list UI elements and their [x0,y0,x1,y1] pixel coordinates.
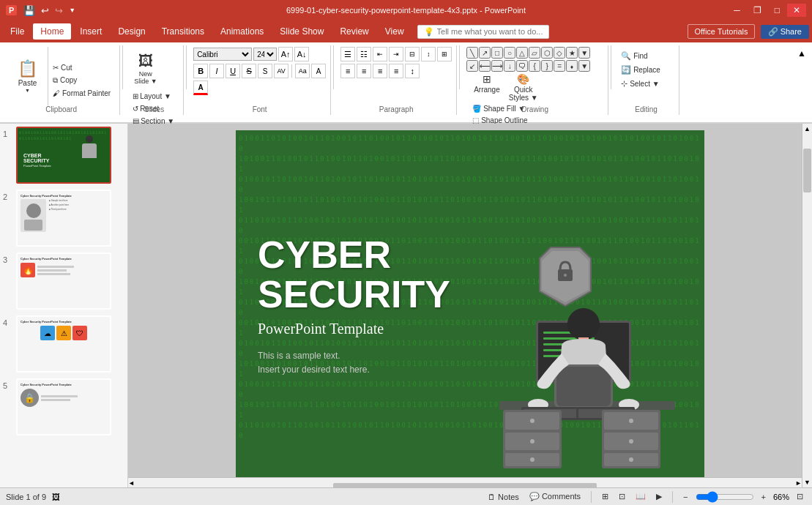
slide-thumbnail-1[interactable]: 0100100110100101101001011010010110100101… [16,127,111,184]
format-painter-button[interactable]: 🖌 Format Painter [50,88,113,99]
minimize-button[interactable]: ─ [728,4,746,17]
text-direction-button[interactable]: ↕ [421,47,436,61]
customize-qa-button[interactable]: ▼ [67,5,78,15]
slide-panel[interactable]: 1 01001001101001011010010110100101101001… [0,124,128,487]
menu-file[interactable]: File [3,23,31,40]
align-justify-button[interactable]: ≡ [389,64,403,78]
arrange-button[interactable]: ⊞ Arrange [471,72,503,103]
decrease-font-button[interactable]: A↓ [294,47,309,61]
callout-shape[interactable]: 🗨 [516,60,528,72]
new-slide-button[interactable]: 🖼 NewSlide ▼ [130,50,161,88]
align-right-button[interactable]: ≡ [373,64,387,78]
diamond-shape[interactable]: ◇ [554,47,565,59]
replace-button[interactable]: 🔄 Replace [618,64,674,76]
align-center-button[interactable]: ≡ [357,64,371,78]
shadow-button[interactable]: S [258,64,272,78]
restore-button[interactable]: ❐ [748,4,767,17]
increase-font-button[interactable]: A↑ [278,47,293,61]
rect-shape[interactable]: □ [491,47,503,59]
columns-button[interactable]: ⊟ [405,47,420,61]
ribbon-collapse-button[interactable]: ▲ [797,48,806,59]
reading-view-button[interactable]: 📖 [633,491,649,502]
zoom-out-button[interactable]: − [680,492,690,502]
hex-shape[interactable]: ⬡ [541,47,553,59]
scroll-left-button[interactable]: ◄ [128,479,135,487]
font-size-select[interactable]: 2412182836 [253,48,277,61]
scroll-up-button[interactable]: ▲ [802,124,812,134]
comments-button[interactable]: 💬 Comments [526,491,584,502]
increase-indent-button[interactable]: ⇥ [389,47,403,61]
layout-button[interactable]: ⊞ Layout ▼ [130,91,179,102]
zoom-slider[interactable] [696,491,754,503]
char-spacing-button[interactable]: AV [274,64,288,78]
canvas-right-scrollbar[interactable]: ▲ ▼ [802,124,812,487]
slide-thumb-5[interactable]: 5 Cyber Security PowerPoint Template 🔒 [3,378,124,435]
undo-button[interactable]: ↩ [39,4,51,18]
office-tutorials-button[interactable]: Office Tutorials [688,24,754,39]
triangle-shape[interactable]: △ [516,47,528,59]
strikethrough-button[interactable]: S [242,64,256,78]
curve-shape[interactable]: ↙ [466,60,478,72]
bullet-list-button[interactable]: ☰ [340,47,355,61]
slide-canvas[interactable]: 0100110101001011010010110100101101001011… [236,130,704,482]
slideshow-view-button[interactable]: ▶ [653,491,665,502]
line-shape[interactable]: ╲ [466,47,478,59]
slide-thumb-1[interactable]: 1 01001001101001011010010110100101101001… [3,127,124,184]
flow-shape[interactable]: ⬧ [566,60,578,72]
paste-button[interactable]: 📋 Paste ▼ [13,56,42,96]
h-scroll-thumb[interactable] [333,483,597,488]
menu-insert[interactable]: Insert [72,23,109,40]
zoom-in-button[interactable]: + [759,492,769,502]
right-arrow-shape[interactable]: ⟶ [491,60,503,72]
italic-button[interactable]: I [209,64,224,78]
bold-button[interactable]: B [193,64,208,78]
copy-button[interactable]: ⧉ Copy [50,75,113,86]
brace-left-shape[interactable]: { [529,60,540,72]
cut-button[interactable]: ✂ Cut [50,62,113,73]
font-color-button[interactable]: A [193,81,208,95]
menu-slideshow[interactable]: Slide Show [272,23,331,40]
underline-button[interactable]: U [226,64,240,78]
decrease-indent-button[interactable]: ⇤ [373,47,387,61]
down-arrow-shape[interactable]: ↓ [504,60,515,72]
font-name-select[interactable]: CalibriArialTimes New Roman [193,48,252,61]
font-case-button[interactable]: Aa [295,64,310,78]
brace-right-shape[interactable]: } [541,60,553,72]
scroll-right-button[interactable]: ► [795,479,802,487]
tell-me-input[interactable] [437,27,543,36]
menu-transitions[interactable]: Transitions [154,23,212,40]
share-button[interactable]: 🔗 Share [761,25,809,39]
slide-thumb-3[interactable]: 3 Cyber Security PowerPoint Template 🔥 [3,252,124,310]
save-button[interactable]: 💾 [21,4,37,18]
quick-styles-button[interactable]: 🎨 QuickStyles ▼ [506,72,541,103]
find-button[interactable]: 🔍 Find [618,50,674,62]
numbered-list-button[interactable]: ☷ [357,47,371,61]
star-shape[interactable]: ★ [566,47,578,59]
clear-formatting-button[interactable]: A [311,64,326,78]
slide-sorter-button[interactable]: ⊡ [616,491,628,502]
tell-me-box[interactable]: 💡 [417,25,549,39]
maximize-button[interactable]: □ [769,4,786,17]
redo-button[interactable]: ↪ [53,4,65,18]
more-shapes-btn2[interactable]: ▼ [578,60,590,72]
slide-thumbnail-4[interactable]: Cyber Security PowerPoint Template ☁ ⚠ 🛡 [16,315,111,373]
fit-slide-button[interactable]: ⊡ [794,491,806,502]
arrow-shape[interactable]: ↗ [479,47,491,59]
slide-thumb-2[interactable]: 2 Cyber Security PowerPoint Template ■ S… [3,190,124,247]
slide-thumbnail-5[interactable]: Cyber Security PowerPoint Template 🔒 [16,378,111,435]
menu-view[interactable]: View [378,23,411,40]
left-arrow-shape[interactable]: ⟵ [479,60,491,72]
canvas-area[interactable]: 0100110101001011010010110100101101001011… [128,124,812,487]
menu-home[interactable]: Home [33,23,71,40]
scroll-thumb[interactable] [803,149,811,192]
line-spacing-button[interactable]: ↕ [405,64,420,78]
canvas-bottom-scrollbar[interactable]: ◄ ► [128,477,802,487]
scroll-down-button[interactable]: ▼ [802,477,812,487]
notes-button[interactable]: 🗒 Notes [485,492,522,502]
normal-view-button[interactable]: ⊞ [599,491,611,502]
slide-thumb-4[interactable]: 4 Cyber Security PowerPoint Template ☁ ⚠… [3,315,124,373]
slide-view-button[interactable]: 🖼 [52,493,60,501]
more-shapes-btn[interactable]: ▼ [578,47,590,59]
menu-review[interactable]: Review [332,23,376,40]
convert-smartart-button[interactable]: ⊞ [437,47,452,61]
